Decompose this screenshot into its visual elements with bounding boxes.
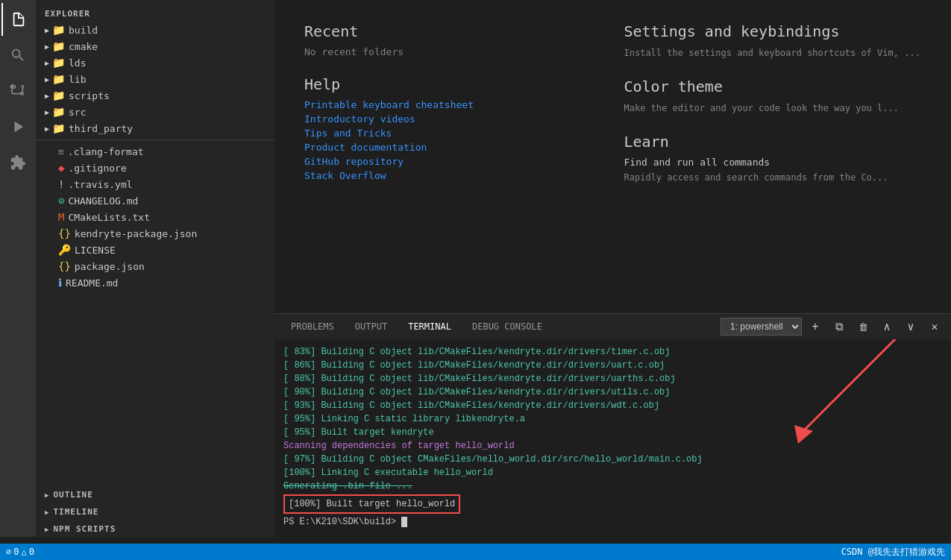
- travis-icon: !: [58, 178, 64, 190]
- terminal-line: [ 95%] Built target kendryte: [283, 426, 942, 439]
- tree-item-gitignore[interactable]: ◆ .gitignore: [36, 160, 274, 176]
- recent-title: Recent: [304, 22, 602, 40]
- help-link-docs[interactable]: Product documentation: [304, 142, 602, 153]
- minimize-terminal-btn[interactable]: ∨: [900, 316, 921, 337]
- color-theme-title: Color theme: [624, 78, 922, 95]
- tree-item-package-json[interactable]: {} package.json: [36, 258, 274, 274]
- folder-icon: 📁: [52, 89, 65, 101]
- help-link-tips[interactable]: Tips and Tricks: [304, 128, 602, 139]
- license-icon: 🔑: [58, 244, 71, 256]
- search-activity-icon[interactable]: [1, 39, 34, 72]
- help-link-github[interactable]: GitHub repository: [304, 156, 602, 167]
- package-json-icon: {}: [58, 260, 71, 272]
- welcome-settings-section: Settings and keybindings Install the set…: [624, 22, 922, 60]
- tree-arrow: ▶: [45, 108, 49, 116]
- terminal-tab[interactable]: TERMINAL: [398, 314, 462, 340]
- settings-subtitle: Install the settings and keyboard shortc…: [624, 46, 922, 60]
- color-theme-subtitle: Make the editor and your code look the w…: [624, 101, 922, 115]
- sidebar-bottom-sections: ▶ OUTLINE ▶ TIMELINE ▶ NPM SCRIPTS: [36, 486, 274, 538]
- terminal-cursor: [401, 517, 407, 527]
- help-title: Help: [304, 75, 602, 93]
- close-terminal-btn[interactable]: ✕: [924, 316, 945, 337]
- readme-icon: ℹ: [58, 277, 62, 289]
- tree-item-third-party[interactable]: ▶ 📁 third_party: [36, 120, 274, 136]
- tree-item-src[interactable]: ▶ 📁 src: [36, 104, 274, 120]
- tree-item-kendryte-package[interactable]: {} kendryte-package.json: [36, 225, 274, 242]
- terminal-line: Scanning dependencies of target hello_wo…: [283, 439, 942, 453]
- cmake-icon: M: [58, 211, 64, 223]
- maximize-terminal-btn[interactable]: ∧: [876, 316, 897, 337]
- help-link-stackoverflow[interactable]: Stack Overflow: [304, 170, 602, 181]
- tree-arrow: ▶: [45, 125, 49, 133]
- terminal-line: Generating .bin file ...: [283, 479, 942, 493]
- outline-section-header[interactable]: ▶ OUTLINE: [36, 486, 274, 503]
- tree-arrow: ▶: [45, 26, 49, 34]
- split-terminal-btn[interactable]: ⧉: [829, 316, 850, 337]
- warning-icon: △: [21, 547, 26, 557]
- help-link-cheatsheet[interactable]: Printable keyboard cheatsheet: [304, 99, 602, 110]
- folder-icon: 📁: [52, 40, 65, 52]
- extensions-activity-icon[interactable]: [1, 146, 34, 179]
- terminal-line: [ 86%] Building C object lib/CMakeFiles/…: [283, 359, 942, 372]
- terminal-line: [ 97%] Building C object CMakeFiles/hell…: [283, 453, 942, 466]
- git-icon: ◆: [58, 162, 64, 174]
- tree-item-lib[interactable]: ▶ 📁 lib: [36, 71, 274, 87]
- welcome-learn-section: Learn Find and run all commands Rapidly …: [624, 133, 922, 184]
- no-recent-text: No recent folders: [304, 46, 602, 57]
- output-tab[interactable]: OUTPUT: [345, 314, 398, 340]
- status-user-info: CSDN @我先去打猎游戏先: [841, 546, 945, 559]
- tree-item-travis[interactable]: ! .travis.yml: [36, 176, 274, 192]
- terminal-line: [ 93%] Building C object lib/CMakeFiles/…: [283, 399, 942, 412]
- tree-item-clang-format[interactable]: ≡ .clang-format: [36, 143, 274, 160]
- folder-icon: 📁: [52, 57, 65, 69]
- debug-console-tab[interactable]: DEBUG CONSOLE: [462, 314, 553, 340]
- tree-item-scripts[interactable]: ▶ 📁 scripts: [36, 87, 274, 104]
- find-run-title: Find and run all commands: [624, 157, 922, 168]
- tree-item-readme[interactable]: ℹ README.md: [36, 274, 274, 291]
- terminal-line: [ 88%] Building C object lib/CMakeFiles/…: [283, 372, 942, 386]
- sidebar-header: EXPLORER: [36, 3, 274, 22]
- tree-item-cmake[interactable]: ▶ 📁 cmake: [36, 38, 274, 54]
- terminal-panel: PROBLEMS OUTPUT TERMINAL DEBUG CONSOLE 1…: [274, 313, 951, 537]
- tree-arrow: ▶: [45, 75, 49, 84]
- timeline-section-header[interactable]: ▶ TIMELINE: [36, 503, 274, 520]
- folder-icon: 📁: [52, 73, 65, 85]
- settings-title: Settings and keybindings: [624, 22, 922, 40]
- json-icon: {}: [58, 227, 71, 239]
- welcome-recent-section: Recent No recent folders: [304, 22, 602, 57]
- tree-item-cmakelists[interactable]: M CMakeLists.txt: [36, 209, 274, 225]
- kill-terminal-btn[interactable]: 🗑: [853, 316, 873, 337]
- tree-arrow: ▶: [45, 92, 49, 100]
- run-activity-icon[interactable]: [1, 110, 34, 143]
- terminal-line: [ 95%] Linking C static library libkendr…: [283, 412, 942, 426]
- terminal-line-highlighted: [100%] Built target hello_world: [283, 494, 460, 514]
- npm-scripts-section-header[interactable]: ▶ NPM SCRIPTS: [36, 520, 274, 538]
- tree-item-build[interactable]: ▶ 📁 build: [36, 22, 274, 38]
- status-left: ⊘ 0 △ 0: [6, 547, 34, 557]
- main-area: Recent No recent folders Help Printable …: [274, 0, 951, 537]
- terminal-tabs: PROBLEMS OUTPUT TERMINAL DEBUG CONSOLE 1…: [274, 313, 951, 339]
- find-run-subtitle: Rapidly access and search commands from …: [624, 171, 922, 184]
- terminal-controls: 1: powershell + ⧉ 🗑 ∧ ∨ ✕: [721, 316, 945, 337]
- tree-arrow: ▶: [45, 43, 49, 51]
- terminal-line: [ 83%] Building C object lib/CMakeFiles/…: [283, 345, 942, 359]
- status-errors[interactable]: ⊘ 0 △ 0: [6, 547, 34, 557]
- folder-icon: 📁: [52, 24, 65, 36]
- source-control-activity-icon[interactable]: [1, 75, 34, 107]
- error-icon: ⊘: [6, 547, 11, 557]
- tree-item-license[interactable]: 🔑 LICENSE: [36, 242, 274, 258]
- problems-tab[interactable]: PROBLEMS: [280, 314, 345, 340]
- learn-title: Learn: [624, 133, 922, 151]
- terminal-body[interactable]: [ 83%] Building C object lib/CMakeFiles/…: [274, 339, 951, 537]
- new-terminal-btn[interactable]: +: [805, 316, 826, 337]
- terminal-line: [ 90%] Building C object lib/CMakeFiles/…: [283, 386, 942, 399]
- tree-arrow: ▶: [45, 59, 49, 67]
- shell-selector[interactable]: 1: powershell: [721, 318, 802, 336]
- help-link-videos[interactable]: Introductory videos: [304, 113, 602, 125]
- tree-item-lds[interactable]: ▶ 📁 lds: [36, 54, 274, 71]
- tree-item-changelog[interactable]: ⊙ CHANGELOG.md: [36, 192, 274, 209]
- welcome-color-theme-section: Color theme Make the editor and your cod…: [624, 78, 922, 115]
- status-bar: ⊘ 0 △ 0 CSDN @我先去打猎游戏先: [0, 544, 951, 560]
- status-right: CSDN @我先去打猎游戏先: [841, 546, 945, 559]
- files-activity-icon[interactable]: [1, 3, 34, 36]
